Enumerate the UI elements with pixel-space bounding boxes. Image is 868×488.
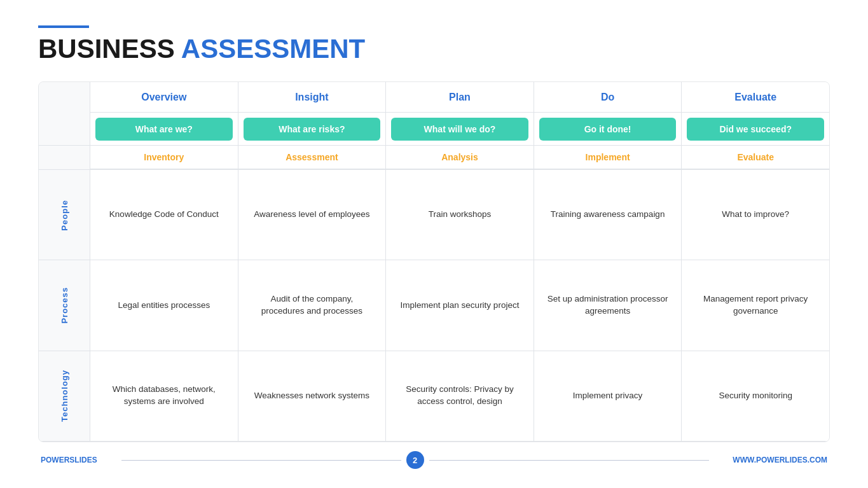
- row-label-text-people: People: [60, 200, 69, 231]
- cell-process-overview: Legal entities processes: [90, 260, 238, 351]
- cell-technology-overview: Which databases, network, systems are in…: [90, 351, 238, 442]
- header: BUSINESS ASSESSMENT: [38, 25, 830, 64]
- col-header-evaluate: Evaluate: [681, 82, 829, 113]
- footer-slides: SLIDES: [69, 456, 97, 464]
- cell-process-evaluate: Management report privacy governance: [681, 260, 829, 351]
- col-header-overview: Overview: [90, 82, 238, 113]
- header-accent-line: [38, 25, 89, 28]
- grid: OverviewInsightPlanDoEvaluateWhat are we…: [39, 82, 829, 442]
- footer-power: POWER: [41, 456, 69, 464]
- col-header-insight: Insight: [238, 82, 386, 113]
- assessment-table: OverviewInsightPlanDoEvaluateWhat are we…: [38, 81, 830, 442]
- col-header-do: Do: [534, 82, 682, 113]
- row-label-text-technology: Technology: [60, 370, 69, 422]
- footer-brand: POWERSLIDES: [41, 456, 97, 464]
- cell-technology-do: Implement privacy: [534, 351, 682, 442]
- footer-center: 2: [121, 451, 709, 469]
- col-header-plan: Plan: [385, 82, 534, 113]
- btn-cell-evaluate: Did we succeed?: [681, 113, 829, 146]
- row-label-process: Process: [39, 260, 90, 351]
- teal-button-plan[interactable]: What will we do?: [391, 118, 528, 141]
- sublabel-insight: Assessment: [238, 146, 386, 170]
- sublabel-plan: Analysis: [385, 146, 534, 170]
- btn-cell-overview: What are we?: [90, 113, 238, 146]
- page-number-badge: 2: [406, 451, 424, 469]
- footer: POWERSLIDES 2 WWW.POWERLIDES.COM: [38, 451, 830, 469]
- btn-cell-do: Go it done!: [534, 113, 682, 146]
- corner-sublabel: [39, 146, 90, 170]
- teal-button-insight[interactable]: What are risks?: [244, 118, 381, 141]
- row-label-technology: Technology: [39, 351, 90, 442]
- cell-people-evaluate: What to improve?: [681, 170, 829, 260]
- footer-url: WWW.POWERLIDES.COM: [733, 456, 827, 464]
- sublabel-evaluate: Evaluate: [681, 146, 829, 170]
- page: BUSINESS ASSESSMENT OverviewInsightPlanD…: [0, 0, 868, 488]
- btn-cell-plan: What will we do?: [385, 113, 534, 146]
- cell-technology-evaluate: Security monitoring: [681, 351, 829, 442]
- cell-process-plan: Implement plan security project: [385, 260, 534, 351]
- corner-btn: [39, 113, 90, 146]
- row-label-text-process: Process: [60, 287, 69, 324]
- row-label-people: People: [39, 170, 90, 260]
- cell-people-do: Training awareness campaign: [534, 170, 682, 260]
- cell-process-do: Set up administration processor agreemen…: [534, 260, 682, 351]
- btn-cell-insight: What are risks?: [238, 113, 386, 146]
- cell-technology-insight: Weaknesses network systems: [238, 351, 386, 442]
- teal-button-overview[interactable]: What are we?: [95, 118, 233, 141]
- cell-process-insight: Audit of the company, procedures and pro…: [238, 260, 386, 351]
- title-word-assessment: ASSESSMENT: [181, 34, 365, 64]
- teal-button-evaluate[interactable]: Did we succeed?: [687, 118, 824, 141]
- footer-line-right: [429, 460, 709, 461]
- cell-people-insight: Awareness level of employees: [238, 170, 386, 260]
- corner-header: [39, 82, 90, 113]
- cell-technology-plan: Security controls: Privacy by access con…: [385, 351, 534, 442]
- cell-people-plan: Train workshops: [385, 170, 534, 260]
- cell-people-overview: Knowledge Code of Conduct: [90, 170, 238, 260]
- page-title: BUSINESS ASSESSMENT: [38, 34, 830, 64]
- sublabel-do: Implement: [534, 146, 682, 170]
- footer-line-left: [121, 460, 401, 461]
- sublabel-overview: Inventory: [90, 146, 238, 170]
- teal-button-do[interactable]: Go it done!: [539, 118, 677, 141]
- title-word-business: BUSINESS: [38, 34, 175, 64]
